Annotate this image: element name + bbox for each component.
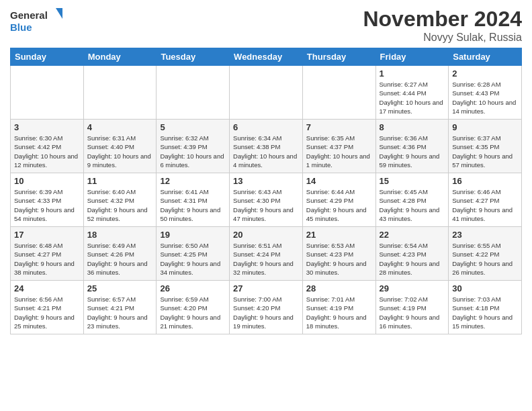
table-row: 4Sunrise: 6:31 AM Sunset: 4:40 PM Daylig…: [83, 120, 157, 173]
page: General Blue November 2024 Novyy Sulak, …: [0, 0, 532, 411]
cell-date: 10: [14, 176, 80, 186]
cell-info: Sunrise: 6:48 AM Sunset: 4:27 PM Dayligh…: [14, 241, 80, 277]
table-row: 25Sunrise: 6:57 AM Sunset: 4:21 PM Dayli…: [83, 281, 157, 334]
cell-date: 21: [306, 230, 372, 240]
cell-date: 29: [380, 283, 445, 293]
cell-info: Sunrise: 6:57 AM Sunset: 4:21 PM Dayligh…: [87, 295, 153, 330]
cell-info: Sunrise: 6:53 AM Sunset: 4:23 PM Dayligh…: [306, 241, 372, 277]
cell-info: Sunrise: 6:56 AM Sunset: 4:21 PM Dayligh…: [14, 295, 80, 330]
col-friday: Friday: [375, 48, 449, 66]
cell-info: Sunrise: 6:43 AM Sunset: 4:30 PM Dayligh…: [233, 187, 299, 223]
cell-date: 25: [87, 283, 153, 293]
cell-date: 15: [380, 176, 445, 186]
cell-date: 23: [452, 230, 518, 240]
table-row: 20Sunrise: 6:51 AM Sunset: 4:24 PM Dayli…: [230, 227, 303, 281]
cell-info: Sunrise: 6:51 AM Sunset: 4:24 PM Dayligh…: [233, 241, 299, 277]
table-row: 29Sunrise: 7:02 AM Sunset: 4:19 PM Dayli…: [375, 281, 449, 334]
cell-info: Sunrise: 6:27 AM Sunset: 4:44 PM Dayligh…: [380, 80, 445, 116]
table-row: 8Sunrise: 6:36 AM Sunset: 4:36 PM Daylig…: [375, 120, 449, 173]
calendar-week-1: 3Sunrise: 6:30 AM Sunset: 4:42 PM Daylig…: [11, 120, 522, 173]
table-row: 17Sunrise: 6:48 AM Sunset: 4:27 PM Dayli…: [11, 227, 84, 281]
table-row: 22Sunrise: 6:54 AM Sunset: 4:23 PM Dayli…: [375, 227, 449, 281]
cell-info: Sunrise: 6:45 AM Sunset: 4:28 PM Dayligh…: [380, 187, 445, 223]
logo-svg: General Blue: [10, 7, 64, 37]
table-row: [11, 66, 84, 120]
calendar-table: Sunday Monday Tuesday Wednesday Thursday…: [10, 48, 522, 334]
svg-text:General: General: [10, 9, 48, 21]
cell-info: Sunrise: 6:36 AM Sunset: 4:36 PM Dayligh…: [380, 134, 445, 169]
cell-date: 27: [233, 283, 299, 293]
cell-info: Sunrise: 6:30 AM Sunset: 4:42 PM Dayligh…: [14, 134, 80, 169]
cell-date: 7: [306, 122, 372, 132]
col-wednesday: Wednesday: [230, 48, 303, 66]
table-row: 26Sunrise: 6:59 AM Sunset: 4:20 PM Dayli…: [157, 281, 230, 334]
table-row: 10Sunrise: 6:39 AM Sunset: 4:33 PM Dayli…: [11, 173, 84, 227]
cell-date: 1: [380, 68, 445, 79]
title-block: November 2024 Novyy Sulak, Russia: [363, 7, 522, 44]
calendar-week-0: 1Sunrise: 6:27 AM Sunset: 4:44 PM Daylig…: [11, 66, 522, 120]
cell-date: 4: [87, 122, 153, 132]
logo: General Blue: [10, 7, 64, 37]
table-row: 5Sunrise: 6:32 AM Sunset: 4:39 PM Daylig…: [157, 120, 230, 173]
cell-date: 24: [14, 283, 80, 293]
cell-date: 9: [452, 122, 518, 132]
table-row: 21Sunrise: 6:53 AM Sunset: 4:23 PM Dayli…: [302, 227, 375, 281]
cell-info: Sunrise: 6:55 AM Sunset: 4:22 PM Dayligh…: [452, 241, 518, 277]
cell-date: 22: [380, 230, 445, 240]
table-row: 30Sunrise: 7:03 AM Sunset: 4:18 PM Dayli…: [449, 281, 522, 334]
cell-info: Sunrise: 7:00 AM Sunset: 4:20 PM Dayligh…: [233, 295, 299, 330]
cell-info: Sunrise: 7:02 AM Sunset: 4:19 PM Dayligh…: [380, 295, 445, 330]
cell-date: 26: [160, 283, 226, 293]
cell-info: Sunrise: 6:44 AM Sunset: 4:29 PM Dayligh…: [306, 187, 372, 223]
calendar-week-2: 10Sunrise: 6:39 AM Sunset: 4:33 PM Dayli…: [11, 173, 522, 227]
calendar-week-3: 17Sunrise: 6:48 AM Sunset: 4:27 PM Dayli…: [11, 227, 522, 281]
cell-info: Sunrise: 6:34 AM Sunset: 4:38 PM Dayligh…: [233, 134, 299, 169]
table-row: [302, 66, 375, 120]
table-row: 6Sunrise: 6:34 AM Sunset: 4:38 PM Daylig…: [230, 120, 303, 173]
cell-date: 30: [452, 283, 518, 293]
cell-date: 8: [380, 122, 445, 132]
cell-info: Sunrise: 7:01 AM Sunset: 4:19 PM Dayligh…: [306, 295, 372, 330]
cell-date: 17: [14, 230, 80, 240]
table-row: 16Sunrise: 6:46 AM Sunset: 4:27 PM Dayli…: [449, 173, 522, 227]
cell-info: Sunrise: 7:03 AM Sunset: 4:18 PM Dayligh…: [452, 295, 518, 330]
cell-info: Sunrise: 6:59 AM Sunset: 4:20 PM Dayligh…: [160, 295, 226, 330]
cell-info: Sunrise: 6:50 AM Sunset: 4:25 PM Dayligh…: [160, 241, 226, 277]
cell-info: Sunrise: 6:49 AM Sunset: 4:26 PM Dayligh…: [87, 241, 153, 277]
col-monday: Monday: [83, 48, 157, 66]
cell-date: 14: [306, 176, 372, 186]
table-row: 12Sunrise: 6:41 AM Sunset: 4:31 PM Dayli…: [157, 173, 230, 227]
table-row: 18Sunrise: 6:49 AM Sunset: 4:26 PM Dayli…: [83, 227, 157, 281]
cell-date: 3: [14, 122, 80, 132]
svg-marker-2: [56, 8, 62, 19]
table-row: [230, 66, 303, 120]
cell-date: 28: [306, 283, 372, 293]
table-row: 23Sunrise: 6:55 AM Sunset: 4:22 PM Dayli…: [449, 227, 522, 281]
col-thursday: Thursday: [302, 48, 375, 66]
cell-date: 16: [452, 176, 518, 186]
table-row: 19Sunrise: 6:50 AM Sunset: 4:25 PM Dayli…: [157, 227, 230, 281]
table-row: 2Sunrise: 6:28 AM Sunset: 4:43 PM Daylig…: [449, 66, 522, 120]
col-saturday: Saturday: [449, 48, 522, 66]
cell-info: Sunrise: 6:41 AM Sunset: 4:31 PM Dayligh…: [160, 187, 226, 223]
cell-info: Sunrise: 6:37 AM Sunset: 4:35 PM Dayligh…: [452, 134, 518, 169]
table-row: 7Sunrise: 6:35 AM Sunset: 4:37 PM Daylig…: [302, 120, 375, 173]
table-row: 1Sunrise: 6:27 AM Sunset: 4:44 PM Daylig…: [375, 66, 449, 120]
calendar-week-4: 24Sunrise: 6:56 AM Sunset: 4:21 PM Dayli…: [11, 281, 522, 334]
cell-info: Sunrise: 6:32 AM Sunset: 4:39 PM Dayligh…: [160, 134, 226, 169]
table-row: 27Sunrise: 7:00 AM Sunset: 4:20 PM Dayli…: [230, 281, 303, 334]
cell-date: 12: [160, 176, 226, 186]
col-tuesday: Tuesday: [157, 48, 230, 66]
cell-date: 6: [233, 122, 299, 132]
cell-date: 5: [160, 122, 226, 132]
location-title: Novyy Sulak, Russia: [363, 32, 522, 44]
cell-info: Sunrise: 6:28 AM Sunset: 4:43 PM Dayligh…: [452, 80, 518, 116]
header: General Blue November 2024 Novyy Sulak, …: [10, 7, 522, 44]
cell-date: 13: [233, 176, 299, 186]
cell-info: Sunrise: 6:40 AM Sunset: 4:32 PM Dayligh…: [87, 187, 153, 223]
table-row: 13Sunrise: 6:43 AM Sunset: 4:30 PM Dayli…: [230, 173, 303, 227]
cell-date: 19: [160, 230, 226, 240]
table-row: [157, 66, 230, 120]
col-sunday: Sunday: [11, 48, 84, 66]
cell-info: Sunrise: 6:46 AM Sunset: 4:27 PM Dayligh…: [452, 187, 518, 223]
